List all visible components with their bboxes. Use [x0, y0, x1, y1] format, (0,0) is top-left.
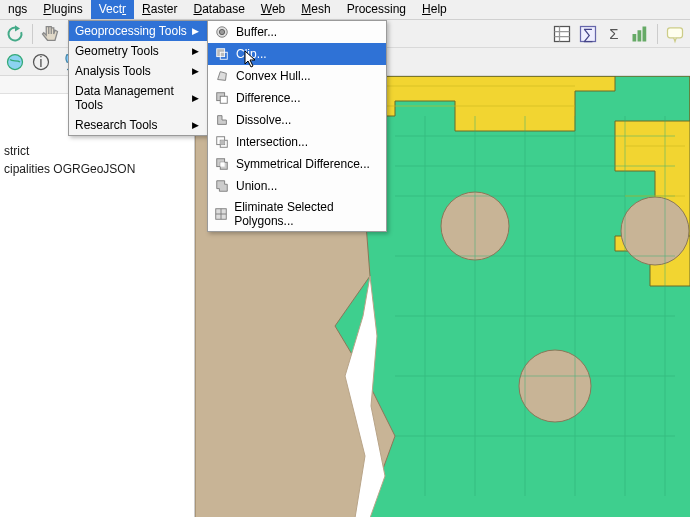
svg-rect-29 [220, 140, 224, 144]
svg-text:∑: ∑ [583, 25, 594, 43]
layers-panel: ▭ strict cipalities OGRGeoJSON [0, 76, 195, 517]
identify-icon[interactable]: i [30, 51, 52, 73]
menu-research-tools[interactable]: Research Tools▶ [69, 115, 207, 135]
stats-icon[interactable] [629, 23, 651, 45]
svg-rect-32 [220, 162, 224, 166]
symdiff-icon [214, 156, 230, 172]
svg-text:Σ: Σ [609, 25, 618, 42]
buffer-icon [214, 24, 230, 40]
submenu-buffer[interactable]: Buffer... [208, 21, 386, 43]
svg-rect-7 [633, 34, 637, 42]
menu-data-management-tools[interactable]: Data Management Tools▶ [69, 81, 207, 115]
menubar: ngs Plugins Vectr Raster Database Web Me… [0, 0, 690, 20]
hand-pan-icon[interactable] [39, 23, 61, 45]
clip-icon [214, 46, 230, 62]
submenu-symmetrical-difference[interactable]: Symmetrical Difference... [208, 153, 386, 175]
svg-point-22 [219, 29, 224, 34]
svg-rect-8 [638, 30, 642, 41]
menu-help[interactable]: Help [414, 0, 455, 19]
submenu-clip[interactable]: Clip... [208, 43, 386, 65]
menu-mesh[interactable]: Mesh [293, 0, 338, 19]
menu-plugins[interactable]: Plugins [35, 0, 90, 19]
eliminate-icon [214, 206, 228, 222]
svg-text:i: i [39, 53, 42, 70]
globe-icon[interactable] [4, 51, 26, 73]
intersection-icon [214, 134, 230, 150]
attributes-icon[interactable] [551, 23, 573, 45]
submenu-intersection[interactable]: Intersection... [208, 131, 386, 153]
submenu-union[interactable]: Union... [208, 175, 386, 197]
refresh-icon[interactable] [4, 23, 26, 45]
svg-point-19 [621, 197, 689, 265]
submenu-eliminate[interactable]: Eliminate Selected Polygons... [208, 197, 386, 231]
submenu-dissolve[interactable]: Dissolve... [208, 109, 386, 131]
union-icon [214, 178, 230, 194]
vector-menu-dropdown: Geoprocessing Tools▶ Geometry Tools▶ Ana… [68, 20, 208, 136]
svg-point-11 [8, 54, 23, 69]
convex-hull-icon [214, 68, 230, 84]
tooltip-icon[interactable] [664, 23, 686, 45]
svg-rect-3 [555, 26, 570, 41]
menu-settings[interactable]: ngs [0, 0, 35, 19]
svg-rect-10 [668, 27, 683, 37]
sigma-icon[interactable]: Σ [603, 23, 625, 45]
menu-geoprocessing-tools[interactable]: Geoprocessing Tools▶ [69, 21, 207, 41]
svg-rect-26 [220, 96, 227, 103]
layer-item[interactable]: strict [4, 142, 188, 160]
submenu-convex-hull[interactable]: Convex Hull... [208, 65, 386, 87]
layer-item[interactable]: cipalities OGRGeoJSON [4, 160, 188, 178]
difference-icon [214, 90, 230, 106]
dissolve-icon [214, 112, 230, 128]
geoprocessing-submenu: Buffer... Clip... Convex Hull... Differe… [207, 20, 387, 232]
menu-processing[interactable]: Processing [339, 0, 414, 19]
menu-analysis-tools[interactable]: Analysis Tools▶ [69, 61, 207, 81]
menu-web[interactable]: Web [253, 0, 293, 19]
menu-geometry-tools[interactable]: Geometry Tools▶ [69, 41, 207, 61]
svg-point-20 [519, 350, 591, 422]
svg-rect-9 [643, 26, 647, 41]
menu-database[interactable]: Database [185, 0, 252, 19]
submenu-difference[interactable]: Difference... [208, 87, 386, 109]
menu-raster[interactable]: Raster [134, 0, 185, 19]
field-calc-icon[interactable]: ∑ [577, 23, 599, 45]
menu-vector[interactable]: Vectr [91, 0, 134, 19]
